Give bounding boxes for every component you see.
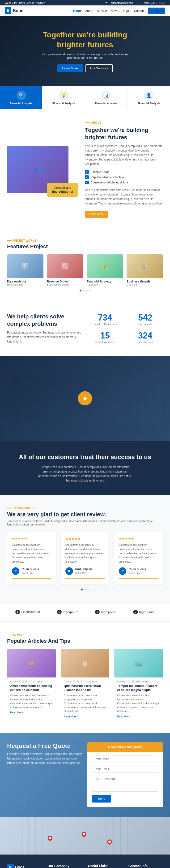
dot-3[interactable] xyxy=(89,289,91,291)
read-more-1[interactable]: Read More xyxy=(64,715,106,718)
footer-logo: B Boos xyxy=(7,864,41,868)
read-more-0[interactable]: Read More xyxy=(10,711,53,714)
send-button[interactable]: Send xyxy=(92,795,111,803)
nav-service[interactable]: Service xyxy=(97,9,107,12)
service-message: We're 24/7 Hours Service Provider xyxy=(5,1,45,4)
work-title-2: Financial Strategy xyxy=(87,280,123,283)
stat-label-2: Years Experience xyxy=(88,341,123,343)
service-icon-1: 💡 xyxy=(59,91,68,100)
news-card-1: 📋 October 10, 2023 | 0 Comments Quis nos… xyxy=(61,649,109,721)
footer-col-contact: Contact Info Add: 39 St. Anable Park Fla… xyxy=(129,864,163,868)
work-card-1[interactable]: 📈 Revenue Growth Business Relations xyxy=(47,254,83,286)
partner-icon-2: L xyxy=(95,610,100,614)
partner-name-2: logoipsum xyxy=(101,610,116,614)
services-row: 🔍 Financial Analysis 💡 Financial Analysi… xyxy=(0,86,170,109)
message-input[interactable] xyxy=(92,775,158,792)
work-subtitle-3: Coaching xyxy=(127,283,163,286)
news-section: News Popular Articles And Tips 🤝 October… xyxy=(0,622,170,733)
work-title-3: Business Growth xyxy=(127,280,163,283)
nav-home[interactable]: Home xyxy=(73,9,82,12)
reviewer-0: R Rudu Suema Kabur Pllo xyxy=(12,567,51,575)
testimonial-border-0 xyxy=(12,579,51,579)
reviewer-info-2: Rudu Suema Kabur Pllo xyxy=(129,567,146,575)
nav-pages[interactable]: Pages xyxy=(122,9,131,12)
partner-name-1: logoipsum xyxy=(63,610,78,614)
email-input[interactable] xyxy=(92,765,158,773)
dot-0[interactable] xyxy=(79,289,81,291)
testimonials-grid: ★★★★★ Voluptatem accusantium doloremque … xyxy=(7,532,163,584)
work-card-2[interactable]: 💰 Financial Strategy Facilitation xyxy=(87,254,123,286)
hero-buttons: Learn More Our Services xyxy=(35,64,135,72)
service-item-1[interactable]: 💡 Financial Analysis xyxy=(42,86,85,109)
footer-contact-title: Contact Info xyxy=(129,864,163,868)
reviewer-title-0: Kabur Pllo xyxy=(22,572,33,575)
testimonial-border-2 xyxy=(119,579,158,579)
play-button[interactable]: ▶ xyxy=(78,391,92,405)
logo-partner-3: L logoipsum xyxy=(133,610,155,614)
testimonial-1: ★★★★★ Voluptatem accusantium doloremque … xyxy=(61,532,109,584)
reviewer-name-1: Rudu Suema xyxy=(75,567,93,571)
hero-content: Together we're building brighter futures… xyxy=(35,30,135,72)
work-image-0: 📊 xyxy=(7,254,43,278)
hero-our-services-btn[interactable]: Our Services xyxy=(86,64,113,72)
main-nav: Home About Service News Pages Contact Co… xyxy=(73,7,165,14)
stat-number-1: 542 xyxy=(128,313,163,323)
nav-contact[interactable]: Contact xyxy=(134,9,144,12)
name-input[interactable] xyxy=(92,755,158,763)
nav-about[interactable]: About xyxy=(85,9,93,12)
reviewer-name-2: Rudu Suema xyxy=(129,567,146,571)
logo-bar: L LOGOIPSUM L logoipsum L logoipsum L lo… xyxy=(0,602,170,622)
trust-description: Tempore et quota architecto. Sed ut pers… xyxy=(38,465,132,483)
dot-1[interactable] xyxy=(82,289,84,291)
nav-contact-btn[interactable]: Contact xyxy=(148,7,165,14)
tdot-0[interactable] xyxy=(81,589,83,590)
partner-icon-0: L xyxy=(15,610,20,614)
hero-title-highlight: brighter futures xyxy=(57,40,113,49)
tdot-2[interactable] xyxy=(87,589,89,590)
reviewer-title-1: Kabur Pllo xyxy=(75,572,86,575)
service-item-2[interactable]: 📊 Financial Analysis xyxy=(85,86,128,109)
service-icon-2: 📊 xyxy=(102,91,111,100)
service-item-0[interactable]: 🔍 Financial Analysis xyxy=(0,86,42,109)
service-label-0: Financial Analysis xyxy=(10,102,33,105)
cta-title: Request a Free Quote xyxy=(7,742,82,750)
news-body-0: October 5, 2023 | 0 Comments Amet consec… xyxy=(7,678,56,717)
hero-learn-more-btn[interactable]: Learn More xyxy=(57,64,82,72)
play-icon: ▶ xyxy=(83,395,88,401)
stat-item-2: 15 Years Experience xyxy=(88,331,123,344)
footer-brand-name: Boos xyxy=(15,865,25,868)
testimonial-text-1: Voluptatem accusantium doloremque laudan… xyxy=(65,543,105,564)
reviewer-2: R Rudu Suema Kabur Pllo xyxy=(119,567,158,575)
logo[interactable]: B Boos xyxy=(5,7,23,14)
check-item-0: Excepteur sint xyxy=(85,170,163,174)
footer-logo-icon: B xyxy=(7,864,14,868)
news-grid: 🤝 October 5, 2023 | 0 Comments Amet cons… xyxy=(7,649,163,721)
testimonials-section: Testimonials We are very glad to get cli… xyxy=(0,495,170,602)
about-learn-more-btn[interactable]: Learn More xyxy=(85,211,108,218)
nav-news[interactable]: News xyxy=(110,9,118,12)
brand-name: Boos xyxy=(13,8,23,13)
dot-2[interactable] xyxy=(86,289,88,291)
stats-description: Factura et quota architecto. Sed ut pers… xyxy=(7,331,82,344)
about-cta-box: Consult and find solutions! xyxy=(47,183,78,197)
footer-company-title: Our Company xyxy=(47,864,82,868)
service-icon-3: 👤 xyxy=(144,91,154,100)
check-item-1: Reprehenderit in voluptate xyxy=(85,176,163,179)
work-card-3[interactable]: 🏢 Business Growth Coaching xyxy=(127,254,163,286)
map-section xyxy=(0,817,170,855)
work-subtitle-2: Facilitation xyxy=(87,283,123,286)
work-title-1: Revenue Growth xyxy=(47,280,83,283)
tdot-1[interactable] xyxy=(84,589,86,590)
testimonials-tag: Testimonials xyxy=(7,506,163,510)
reviewer-name-0: Rudu Suema xyxy=(22,567,39,571)
cta-right: Request a Free Quote Send xyxy=(88,742,163,807)
service-item-3[interactable]: 👤 Financial Analysis xyxy=(128,86,170,109)
stat-number-2: 15 xyxy=(88,331,123,341)
quote-form: Request a Free Quote Send xyxy=(88,742,163,807)
news-body-1: October 10, 2023 | 0 Comments Quis nostr… xyxy=(61,678,109,720)
reviewer-title-2: Kabur Pllo xyxy=(129,572,140,575)
work-card-0[interactable]: 📊 Data Analytics Root Solution xyxy=(7,254,43,286)
read-more-2[interactable]: Read More xyxy=(117,715,160,718)
stat-number-0: 734 xyxy=(88,313,123,323)
top-phone-icon: 📞 xyxy=(137,1,140,4)
